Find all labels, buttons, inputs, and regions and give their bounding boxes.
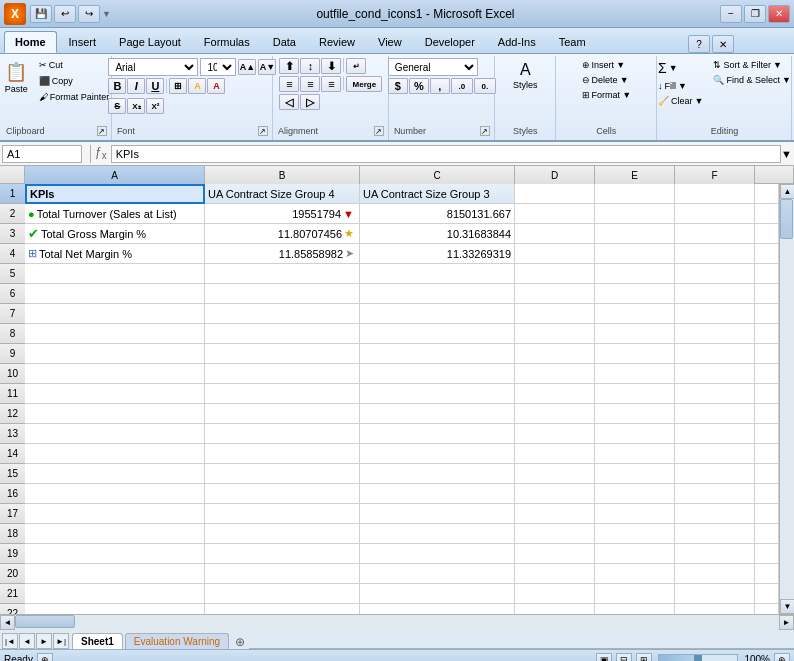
cell-f11[interactable] xyxy=(675,384,755,404)
cell-b15[interactable] xyxy=(205,464,360,484)
cell-a7[interactable] xyxy=(25,304,205,324)
cell-e14[interactable] xyxy=(595,444,675,464)
name-box[interactable] xyxy=(2,145,82,163)
cell-b18[interactable] xyxy=(205,524,360,544)
horizontal-scrollbar[interactable]: ◄ ► xyxy=(0,614,794,629)
ribbon-close-btn[interactable]: ✕ xyxy=(712,35,734,53)
cell-d17[interactable] xyxy=(515,504,595,524)
cell-b10[interactable] xyxy=(205,364,360,384)
align-right-btn[interactable]: ≡ xyxy=(321,76,341,92)
cell-b8[interactable] xyxy=(205,324,360,344)
cell-c11[interactable] xyxy=(360,384,515,404)
cell-a20[interactable] xyxy=(25,564,205,584)
cell-b3[interactable]: 11.80707456 ★ xyxy=(205,224,360,244)
cell-b9[interactable] xyxy=(205,344,360,364)
row-header-4[interactable]: 4 xyxy=(0,244,25,264)
cell-c20[interactable] xyxy=(360,564,515,584)
cell-f19[interactable] xyxy=(675,544,755,564)
sheet-tab-insert[interactable]: ⊕ xyxy=(231,635,249,649)
cell-e18[interactable] xyxy=(595,524,675,544)
cell-d12[interactable] xyxy=(515,404,595,424)
cell-d22[interactable] xyxy=(515,604,595,614)
help-btn[interactable]: ? xyxy=(688,35,710,53)
cell-e22[interactable] xyxy=(595,604,675,614)
cell-d2[interactable] xyxy=(515,204,595,224)
tab-addins[interactable]: Add-Ins xyxy=(487,31,547,53)
minimize-btn[interactable]: − xyxy=(720,5,742,23)
cell-c3[interactable]: 10.31683844 xyxy=(360,224,515,244)
col-header-a[interactable]: A xyxy=(25,166,205,184)
tab-review[interactable]: Review xyxy=(308,31,366,53)
cell-f20[interactable] xyxy=(675,564,755,584)
cell-e1[interactable] xyxy=(595,184,675,204)
cell-f5[interactable] xyxy=(675,264,755,284)
cell-c5[interactable] xyxy=(360,264,515,284)
row-header-6[interactable]: 6 xyxy=(0,284,25,304)
align-bottom-btn[interactable]: ⬇ xyxy=(321,58,341,74)
cell-f6[interactable] xyxy=(675,284,755,304)
cell-a11[interactable] xyxy=(25,384,205,404)
cell-c16[interactable] xyxy=(360,484,515,504)
formula-input[interactable] xyxy=(111,145,781,163)
cell-a14[interactable] xyxy=(25,444,205,464)
cell-d4[interactable] xyxy=(515,244,595,264)
cell-b5[interactable] xyxy=(205,264,360,284)
cell-b12[interactable] xyxy=(205,404,360,424)
indent-decrease-btn[interactable]: ◁ xyxy=(279,94,299,110)
format-painter-button[interactable]: 🖌 Format Painter xyxy=(35,90,114,104)
font-name-select[interactable]: Arial xyxy=(108,58,198,76)
cell-c19[interactable] xyxy=(360,544,515,564)
clear-button[interactable]: 🧹 Clear ▼ xyxy=(654,94,707,108)
col-header-e[interactable]: E xyxy=(595,166,675,184)
paste-button[interactable]: 📋 Paste xyxy=(0,58,33,97)
cell-c1[interactable]: UA Contract Size Group 3 xyxy=(360,184,515,204)
cell-e12[interactable] xyxy=(595,404,675,424)
align-middle-btn[interactable]: ↕ xyxy=(300,58,320,74)
cell-a10[interactable] xyxy=(25,364,205,384)
row-header-7[interactable]: 7 xyxy=(0,304,25,324)
cell-a8[interactable] xyxy=(25,324,205,344)
copy-button[interactable]: ⬛ Copy xyxy=(35,74,114,88)
cell-f4[interactable] xyxy=(675,244,755,264)
cell-c6[interactable] xyxy=(360,284,515,304)
row-header-11[interactable]: 11 xyxy=(0,384,25,404)
cell-e21[interactable] xyxy=(595,584,675,604)
row-header-9[interactable]: 9 xyxy=(0,344,25,364)
redo-btn[interactable]: ↪ xyxy=(78,5,100,23)
v-scroll-thumb[interactable] xyxy=(780,199,793,239)
cell-c4[interactable]: 11.33269319 xyxy=(360,244,515,264)
zoom-handle[interactable] xyxy=(694,655,702,662)
row-header-19[interactable]: 19 xyxy=(0,544,25,564)
cell-d21[interactable] xyxy=(515,584,595,604)
cell-c13[interactable] xyxy=(360,424,515,444)
row-header-1[interactable]: 1 xyxy=(0,184,25,204)
function-icon[interactable]: ƒx xyxy=(95,145,107,161)
cell-e13[interactable] xyxy=(595,424,675,444)
cell-a17[interactable] xyxy=(25,504,205,524)
sheet-nav-prev[interactable]: ◄ xyxy=(19,633,35,649)
cell-a15[interactable] xyxy=(25,464,205,484)
cell-c21[interactable] xyxy=(360,584,515,604)
cell-b6[interactable] xyxy=(205,284,360,304)
cell-a18[interactable] xyxy=(25,524,205,544)
cell-f3[interactable] xyxy=(675,224,755,244)
format-button[interactable]: ⊞ Format ▼ xyxy=(578,88,635,102)
cell-d1[interactable] xyxy=(515,184,595,204)
cell-e3[interactable] xyxy=(595,224,675,244)
quick-access-dropdown[interactable]: ▼ xyxy=(102,9,111,19)
clipboard-expand[interactable]: ↗ xyxy=(97,126,107,136)
tab-page-layout[interactable]: Page Layout xyxy=(108,31,192,53)
cell-e5[interactable] xyxy=(595,264,675,284)
cell-c9[interactable] xyxy=(360,344,515,364)
cell-f22[interactable] xyxy=(675,604,755,614)
cell-a21[interactable] xyxy=(25,584,205,604)
alignment-expand[interactable]: ↗ xyxy=(374,126,384,136)
subscript-button[interactable]: X₂ xyxy=(127,98,145,114)
cell-b13[interactable] xyxy=(205,424,360,444)
cell-e6[interactable] xyxy=(595,284,675,304)
cell-c18[interactable] xyxy=(360,524,515,544)
tab-data[interactable]: Data xyxy=(262,31,307,53)
cell-f7[interactable] xyxy=(675,304,755,324)
find-select-button[interactable]: 🔍 Find & Select▼ xyxy=(709,73,794,87)
col-header-d[interactable]: D xyxy=(515,166,595,184)
